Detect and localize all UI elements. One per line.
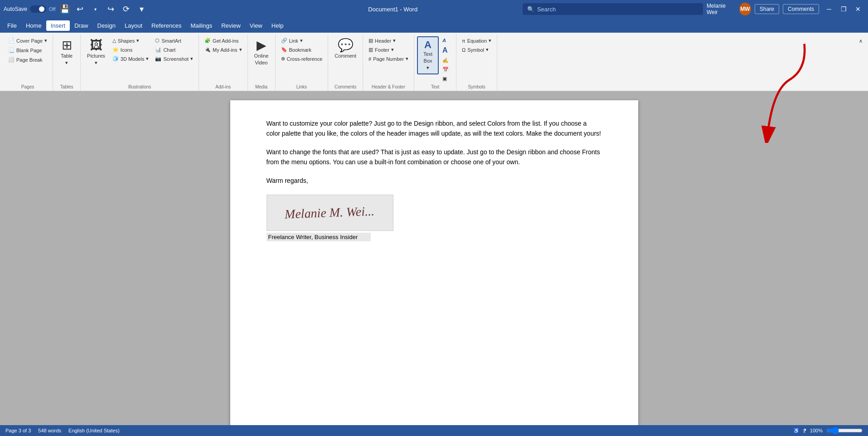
headerfooter-items: ▤ Header ▾ ▥ Footer ▾ # Page Number ▾ bbox=[366, 34, 411, 83]
menu-draw[interactable]: Draw bbox=[70, 20, 92, 31]
dropcap-button[interactable]: A bbox=[440, 45, 453, 56]
transform-icon[interactable]: ⟳ bbox=[120, 4, 133, 14]
menu-view[interactable]: View bbox=[245, 20, 267, 31]
screenshot-icon: 📷 bbox=[155, 56, 161, 62]
blank-page-button[interactable]: 📃 Blank Page bbox=[5, 46, 50, 54]
close-button[interactable]: ✕ bbox=[852, 3, 864, 15]
quick-access-dropdown[interactable]: ▾ bbox=[136, 4, 148, 14]
3d-models-button[interactable]: 🧊 3D Models ▾ bbox=[110, 54, 152, 63]
my-addins-icon: 🔌 bbox=[204, 47, 211, 53]
comments-button[interactable]: Comments bbox=[783, 4, 819, 14]
ribbon: 📄 Cover Page ▾ 📃 Blank Page ⬜ Page Break… bbox=[0, 33, 868, 91]
screenshot-dropdown: ▾ bbox=[190, 56, 193, 62]
menu-help[interactable]: Help bbox=[267, 20, 288, 31]
menu-insert[interactable]: Insert bbox=[46, 20, 70, 31]
tables-items: ⊞ Table ▾ bbox=[56, 34, 78, 83]
chart-button[interactable]: 📊 Chart bbox=[152, 45, 196, 54]
page-break-button[interactable]: ⬜ Page Break bbox=[5, 55, 50, 64]
undo-icon[interactable]: ↩ bbox=[74, 4, 87, 14]
user-info: Melanie Weir MW bbox=[707, 3, 751, 15]
link-button[interactable]: 🔗 Link ▾ bbox=[278, 36, 325, 45]
search-bar[interactable]: 🔍 Search bbox=[523, 3, 703, 15]
text-box-button[interactable]: A Text Box ▾ bbox=[417, 36, 439, 74]
zoom-slider[interactable] bbox=[826, 427, 863, 434]
3d-models-icon: 🧊 bbox=[112, 56, 119, 62]
share-button[interactable]: Share bbox=[755, 4, 779, 14]
footer-button[interactable]: ▥ Footer ▾ bbox=[366, 45, 411, 54]
pages-items: 📄 Cover Page ▾ 📃 Blank Page ⬜ Page Break bbox=[5, 34, 50, 83]
menu-review[interactable]: Review bbox=[217, 20, 245, 31]
date-icon: 📅 bbox=[442, 67, 449, 73]
undo-dropdown-icon[interactable]: ▾ bbox=[89, 7, 102, 12]
media-items: ▶ Online Video bbox=[251, 34, 272, 83]
bookmark-icon: 🔖 bbox=[281, 47, 287, 53]
screenshot-button[interactable]: 📷 Screenshot ▾ bbox=[152, 54, 196, 63]
signature-line-button[interactable]: ✍ bbox=[440, 56, 453, 65]
page-number-icon: # bbox=[369, 56, 371, 62]
redo-icon[interactable]: ↪ bbox=[105, 4, 117, 14]
menu-mailings[interactable]: Mailings bbox=[186, 20, 217, 31]
date-time-button[interactable]: 📅 bbox=[440, 65, 453, 74]
page-number-button[interactable]: # Page Number ▾ bbox=[366, 54, 411, 63]
table-button[interactable]: ⊞ Table ▾ bbox=[56, 36, 78, 69]
chart-icon: 📊 bbox=[155, 47, 161, 53]
ribbon-group-headerfooter: ▤ Header ▾ ▥ Footer ▾ # Page Number ▾ bbox=[363, 34, 414, 91]
cross-reference-button[interactable]: ⊕ Cross-reference bbox=[278, 54, 325, 63]
smartart-button[interactable]: ⬡ SmartArt bbox=[152, 36, 196, 45]
ribbon-collapse-button[interactable]: ∧ bbox=[856, 36, 865, 46]
symbols-group-label: Symbols bbox=[459, 83, 494, 91]
3d-models-label: 3D Models bbox=[121, 56, 145, 62]
online-video-button[interactable]: ▶ Online Video bbox=[251, 36, 272, 68]
icons-icon: ⭐ bbox=[112, 47, 119, 53]
symbol-label: Symbol bbox=[467, 47, 484, 53]
ribbon-content: 📄 Cover Page ▾ 📃 Blank Page ⬜ Page Break… bbox=[0, 33, 868, 91]
title-bar-right: 🔍 Search Melanie Weir MW Share Comments … bbox=[523, 3, 864, 15]
links-group-label: Links bbox=[278, 83, 325, 91]
status-page: Page 3 of 3 bbox=[5, 428, 31, 433]
online-video-label: Online bbox=[254, 53, 269, 59]
track-changes-icon: ⁋ bbox=[803, 428, 806, 434]
icons-button[interactable]: ⭐ Icons bbox=[110, 45, 152, 54]
autosave-toggle[interactable] bbox=[30, 5, 46, 13]
menu-file[interactable]: File bbox=[3, 20, 21, 31]
addins-group-label: Add-ins bbox=[202, 83, 244, 91]
signature-block: Melanie M. Wei... Freelance Writer, Busi… bbox=[267, 195, 602, 241]
signature-image: Melanie M. Wei... bbox=[267, 195, 393, 231]
ribbon-group-addins: 🧩 Get Add-ins 🔌 My Add-ins ▾ Add-ins bbox=[199, 34, 247, 91]
header-button[interactable]: ▤ Header ▾ bbox=[366, 36, 411, 45]
my-addins-button[interactable]: 🔌 My Add-ins ▾ bbox=[202, 45, 244, 54]
collapse-icon: ∧ bbox=[859, 38, 863, 44]
pictures-button[interactable]: 🖼 Pictures ▾ bbox=[83, 36, 109, 69]
restore-button[interactable]: ❐ bbox=[837, 3, 850, 15]
menu-layout[interactable]: Layout bbox=[120, 20, 147, 31]
bookmark-button[interactable]: 🔖 Bookmark bbox=[278, 45, 325, 54]
cover-page-label: Cover Page bbox=[16, 38, 43, 44]
cover-page-icon: 📄 bbox=[8, 38, 15, 44]
get-addins-button[interactable]: 🧩 Get Add-ins bbox=[202, 36, 244, 45]
menu-home[interactable]: Home bbox=[21, 20, 46, 31]
ribbon-group-text: A Text Box ▾ A A ✍ bbox=[414, 34, 456, 91]
save-icon[interactable]: 💾 bbox=[58, 4, 71, 14]
text-box-icon: A bbox=[424, 40, 432, 50]
smartart-label: SmartArt bbox=[161, 38, 181, 44]
user-avatar[interactable]: MW bbox=[739, 3, 751, 15]
minimize-button[interactable]: ─ bbox=[823, 3, 835, 15]
accessibility-icon[interactable]: ♿ bbox=[793, 428, 800, 434]
footer-dropdown: ▾ bbox=[391, 47, 394, 53]
text-box-label2: Box bbox=[424, 58, 432, 64]
cover-page-button[interactable]: 📄 Cover Page ▾ bbox=[5, 36, 50, 45]
menu-design[interactable]: Design bbox=[93, 20, 120, 31]
comments-items: 💬 Comment bbox=[331, 34, 360, 83]
equation-button[interactable]: π Equation ▾ bbox=[459, 36, 494, 45]
links-items: 🔗 Link ▾ 🔖 Bookmark ⊕ Cross-reference bbox=[278, 34, 325, 83]
symbol-icon: Ω bbox=[462, 47, 466, 53]
zoom-level: 100% bbox=[810, 428, 823, 433]
table-icon: ⊞ bbox=[62, 39, 72, 52]
comment-button[interactable]: 💬 Comment bbox=[331, 36, 360, 61]
wordart-button[interactable]: A bbox=[440, 36, 453, 44]
shapes-button[interactable]: △ Shapes ▾ bbox=[110, 36, 152, 45]
object-button[interactable]: ▣ bbox=[440, 74, 453, 83]
footer-label: Footer bbox=[375, 47, 389, 53]
symbol-button[interactable]: Ω Symbol ▾ bbox=[459, 45, 494, 54]
menu-references[interactable]: References bbox=[147, 20, 186, 31]
